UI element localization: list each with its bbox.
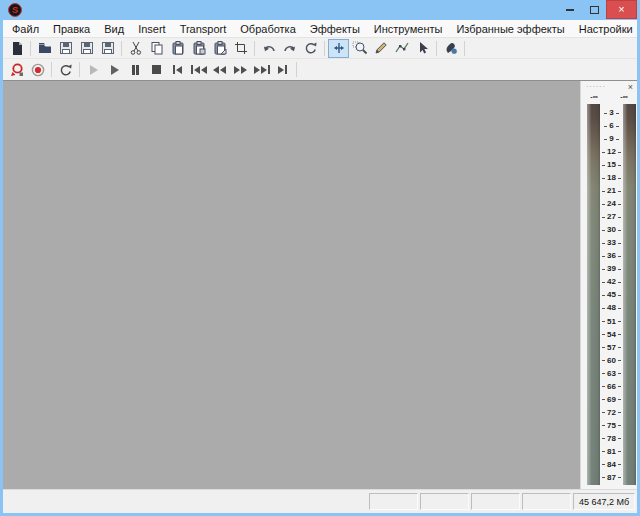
cut-button[interactable] (125, 39, 146, 58)
play-button[interactable] (104, 60, 125, 79)
menu-item[interactable]: Правка (46, 21, 97, 37)
db-tick-label: 66 (600, 383, 623, 391)
envelope-tool-icon (394, 40, 410, 56)
undo-button[interactable] (258, 39, 279, 58)
copy-button[interactable] (146, 39, 167, 58)
db-tick-label: 3 (600, 109, 623, 117)
menu-item[interactable]: Insert (131, 21, 173, 37)
mix-paste-button[interactable] (188, 39, 209, 58)
redo-button[interactable] (279, 39, 300, 58)
menu-item[interactable]: Вид (97, 21, 131, 37)
meter-panel-close-icon[interactable]: × (628, 83, 633, 92)
save-as-icon (79, 40, 95, 56)
save-icon (58, 40, 74, 56)
save-button[interactable] (55, 39, 76, 58)
pause-icon (132, 65, 139, 75)
menu-item[interactable]: Transport (173, 21, 234, 37)
open-folder-icon (37, 40, 53, 56)
menubar: ФайлПравкаВидInsertTransportОбработкаЭфф… (3, 20, 637, 38)
db-tick-label: 15 (600, 161, 623, 169)
undo-icon (261, 40, 277, 56)
event-tool-button[interactable] (412, 39, 433, 58)
record-new-button[interactable] (6, 60, 27, 79)
step-backward-button[interactable] (209, 60, 230, 79)
go-to-start-icon (173, 65, 182, 74)
db-tick-label: 63 (600, 370, 623, 378)
trim-icon (233, 40, 249, 56)
db-tick-label: 60 (600, 357, 623, 365)
trim-button[interactable] (230, 39, 251, 58)
paste-to-new-button[interactable] (209, 39, 230, 58)
repeat-button[interactable] (300, 39, 321, 58)
db-tick-label: 78 (600, 435, 623, 443)
panel-grip-icon[interactable]: ······ (586, 83, 606, 90)
stop-button[interactable] (146, 60, 167, 79)
fast-forward-icon (254, 65, 270, 74)
toolbar-separator (51, 62, 52, 77)
whats-this-help-button[interactable] (440, 39, 461, 58)
statusbar-cell (369, 493, 418, 510)
step-backward-icon (213, 66, 226, 74)
record-button[interactable] (27, 60, 48, 79)
db-tick-label: 9 (600, 135, 623, 143)
db-tick-label: 69 (600, 396, 623, 404)
envelope-tool-button[interactable] (391, 39, 412, 58)
right-vu-meter (623, 104, 636, 485)
whats-this-help-icon (443, 40, 459, 56)
window-controls: × (558, 0, 637, 20)
content-area: ······ × -∞ -∞ 3691215182124273033363942… (3, 80, 637, 489)
db-tick-label: 81 (600, 448, 623, 456)
mix-paste-icon (191, 40, 207, 56)
toolbar-separator (79, 62, 80, 77)
save-all-button[interactable] (97, 39, 118, 58)
menu-item[interactable]: Настройки (572, 21, 640, 37)
db-tick-label: 57 (600, 344, 623, 352)
magnify-tool-icon (352, 40, 368, 56)
save-as-button[interactable] (76, 39, 97, 58)
close-button[interactable]: × (606, 0, 637, 19)
meter-body: 3691215182124273033363942454851545760636… (581, 104, 637, 489)
step-forward-icon (234, 66, 247, 74)
menu-item[interactable]: Файл (5, 21, 46, 37)
db-tick-label: 36 (600, 252, 623, 260)
new-file-button[interactable] (6, 39, 27, 58)
toolbar-main (3, 38, 637, 59)
menu-item[interactable]: Обработка (233, 21, 302, 37)
edit-tool-icon (331, 40, 347, 56)
app-logo-icon[interactable]: S (8, 3, 22, 17)
go-to-end-button[interactable] (272, 60, 293, 79)
db-tick-label: 72 (600, 409, 623, 417)
save-all-icon (100, 40, 116, 56)
fast-forward-button[interactable] (251, 60, 272, 79)
app-window: S × ФайлПравкаВидInsertTransportОбработк… (0, 0, 640, 516)
rewind-button[interactable] (188, 60, 209, 79)
minimize-button[interactable] (558, 0, 582, 19)
toolbar-transport (3, 59, 637, 80)
play-all-button[interactable] (83, 60, 104, 79)
go-to-start-button[interactable] (167, 60, 188, 79)
pause-button[interactable] (125, 60, 146, 79)
pencil-tool-button[interactable] (370, 39, 391, 58)
statusbar-cells (369, 493, 571, 510)
menu-item[interactable]: Эффекты (303, 21, 367, 37)
statusbar-cell (522, 493, 571, 510)
open-folder-button[interactable] (34, 39, 55, 58)
disk-space-cell: 45 647,2 Мб (573, 493, 635, 510)
event-tool-icon (415, 40, 431, 56)
workspace (3, 81, 580, 489)
step-forward-button[interactable] (230, 60, 251, 79)
magnify-tool-button[interactable] (349, 39, 370, 58)
meter-channel-labels: -∞ -∞ (581, 93, 637, 104)
menu-item[interactable]: Избранные эффекты (449, 21, 571, 37)
left-vu-meter (587, 104, 600, 485)
maximize-button[interactable] (582, 0, 606, 19)
toolbar-separator (464, 41, 465, 56)
paste-button[interactable] (167, 39, 188, 58)
edit-tool-button[interactable] (328, 39, 349, 58)
db-tick-label: 84 (600, 461, 623, 469)
copy-icon (149, 40, 165, 56)
menu-item[interactable]: Инструменты (367, 21, 450, 37)
loop-playback-button[interactable] (55, 60, 76, 79)
paste-to-new-icon (212, 40, 228, 56)
db-tick-label: 45 (600, 291, 623, 299)
